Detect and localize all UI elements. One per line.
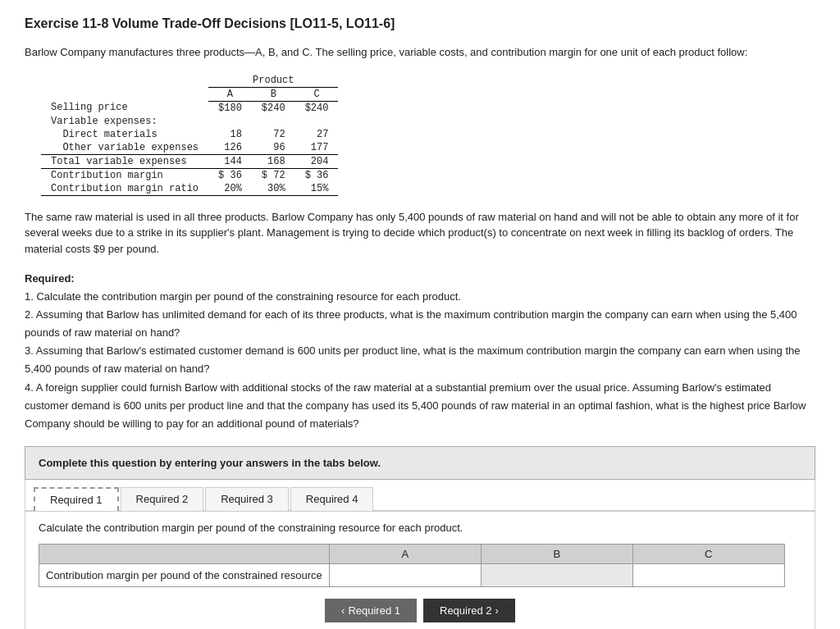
page-title: Exercise 11-8 Volume Trade-Off Decisions… <box>25 16 815 31</box>
tab-required-1[interactable]: Required 1 <box>34 487 119 511</box>
required-item-1: 1. Calculate the contribution margin per… <box>25 290 461 303</box>
table-row: Other variable expenses 126 96 177 <box>41 141 338 155</box>
body-text: The same raw material is used in all thr… <box>25 209 815 258</box>
required-item-2: 2. Assuming that Barlow has unlimited de… <box>25 308 797 339</box>
prev-button[interactable]: ‹ Required 1 <box>325 599 417 622</box>
product-group-header: Product <box>208 74 338 88</box>
input-a[interactable] <box>336 569 474 581</box>
answer-row-label: Contribution margin per pound of the con… <box>39 563 330 586</box>
product-table-wrapper: Product A B C Selling price $180 $240 $2… <box>25 74 815 196</box>
input-c[interactable] <box>640 569 778 581</box>
answer-col-b: B <box>481 544 632 563</box>
complete-box-text: Complete this question by entering your … <box>39 457 381 469</box>
intro-text: Barlow Company manufactures three produc… <box>25 44 815 61</box>
table-row: Contribution margin ratio 20% 30% 15% <box>41 182 338 196</box>
tab-required-2[interactable]: Required 2 <box>121 487 204 511</box>
table-row: Direct materials 18 72 27 <box>41 128 338 141</box>
table-row: Variable expenses: <box>41 115 338 128</box>
required-item-3: 3. Assuming that Barlow's estimated cust… <box>25 344 800 375</box>
col-header-a: A <box>208 87 252 101</box>
table-row: Total variable expenses 144 168 204 <box>41 154 338 168</box>
answer-input-a[interactable] <box>329 563 481 586</box>
tabs-row: Required 1 Required 2 Required 3 Require… <box>25 480 815 511</box>
required-section: Required: 1. Calculate the contribution … <box>25 270 815 433</box>
answer-input-c[interactable] <box>632 563 784 586</box>
next-button-label: Required 2 <box>440 604 492 617</box>
tab-required-3[interactable]: Required 3 <box>205 487 289 511</box>
input-b[interactable] <box>488 569 626 581</box>
answer-table-empty-header <box>39 544 330 563</box>
prev-button-label: Required 1 <box>348 604 400 617</box>
answer-input-b[interactable] <box>481 563 632 586</box>
next-button[interactable]: Required 2 › <box>423 599 515 622</box>
next-chevron-icon: › <box>495 604 499 617</box>
required-label: Required: <box>25 272 75 285</box>
complete-box: Complete this question by entering your … <box>25 446 815 480</box>
answer-col-c: C <box>632 544 784 563</box>
col-header-b: B <box>252 87 295 101</box>
table-row: Contribution margin $ 36 $ 72 $ 36 <box>41 168 338 182</box>
nav-buttons: ‹ Required 1 Required 2 › <box>39 599 801 622</box>
required-item-4: 4. A foreign supplier could furnish Barl… <box>25 381 806 430</box>
product-table: Product A B C Selling price $180 $240 $2… <box>41 74 338 196</box>
tabs-container: Required 1 Required 2 Required 3 Require… <box>25 480 815 629</box>
table-row: Selling price $180 $240 $240 <box>41 101 338 115</box>
prev-chevron-icon: ‹ <box>341 604 345 617</box>
answer-col-a: A <box>329 544 481 563</box>
col-header-c: C <box>295 87 339 101</box>
tab-required-4[interactable]: Required 4 <box>290 487 374 511</box>
answer-table: A B C Contribution margin per pound of t… <box>39 544 785 587</box>
answer-row: Contribution margin per pound of the con… <box>39 563 785 586</box>
tab-content: Calculate the contribution margin per po… <box>25 511 815 629</box>
tab-instruction: Calculate the contribution margin per po… <box>39 522 801 534</box>
